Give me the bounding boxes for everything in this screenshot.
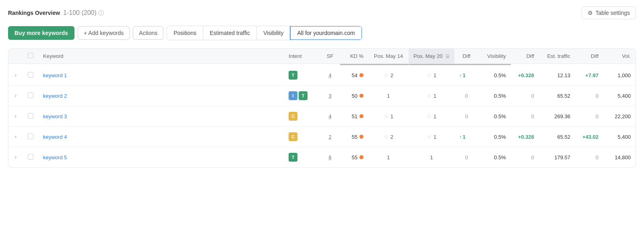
diff3-value: 0	[596, 93, 599, 99]
row-checkbox[interactable]	[28, 72, 33, 78]
visibility-cell: 0.5%	[479, 106, 511, 127]
sf-value: 6	[329, 155, 332, 160]
position-number: 2	[390, 134, 393, 140]
keyword-link[interactable]: keyword 1	[43, 72, 67, 78]
vol-cell: 5,400	[603, 127, 636, 147]
diff2-cell: 0	[511, 86, 539, 106]
star-icon: ☆	[427, 113, 432, 119]
keyword-link[interactable]: keyword 3	[43, 113, 67, 119]
col-expand	[8, 49, 23, 64]
intent-badge-C: C	[289, 132, 297, 141]
sf-value: 2	[329, 134, 332, 140]
diff3-cell: 0	[575, 147, 603, 168]
row-checkbox[interactable]	[28, 92, 33, 98]
kd-value: 51	[352, 113, 357, 119]
keyword-link[interactable]: keyword 4	[43, 134, 67, 140]
est-traffic-cell: 65.52	[539, 127, 575, 147]
table-row: ›keyword 2IT3501☆100.5%065.5205,400	[8, 86, 636, 106]
pos-may14-cell: ☆2	[368, 65, 409, 86]
col-diff3: Diff	[575, 49, 603, 64]
col-check	[23, 49, 38, 64]
gear-icon: ⚙	[588, 10, 593, 16]
diff2-cell: +0.328	[511, 65, 539, 86]
diff3-cell: +7.97	[575, 65, 603, 86]
diff1-cell: 0	[454, 106, 479, 127]
position-number: 1	[433, 93, 436, 99]
col-sf: SF	[320, 49, 340, 64]
tab-all-for-domain[interactable]: All for yourdomain.com	[290, 26, 362, 40]
col-keyword: Keyword	[38, 49, 284, 64]
kd-dot	[359, 155, 363, 159]
table-row: ›keyword 1T454☆2☆110.5%+0.32812.13+7.971…	[8, 65, 636, 86]
position-number: 1	[387, 154, 390, 160]
table-settings-button[interactable]: ⚙ Table settings	[582, 6, 636, 19]
tab-estimated-traffic[interactable]: Estimated traffic	[203, 26, 257, 40]
star-icon: ☆	[427, 72, 432, 78]
diff3-cell: 0	[575, 86, 603, 106]
diff1-cell: 0	[454, 147, 479, 168]
est-traffic-cell: 12.13	[539, 65, 575, 86]
row-checkbox[interactable]	[28, 154, 33, 160]
tab-visibility[interactable]: Visibility	[257, 26, 290, 40]
diff-zero: 0	[465, 113, 468, 119]
diff-zero: 0	[465, 93, 468, 99]
diff3-value: +7.97	[585, 72, 599, 78]
sf-value: 3	[329, 93, 332, 99]
position-number: 1	[390, 113, 393, 119]
row-expand-button[interactable]: ›	[13, 133, 18, 140]
col-pos-may20[interactable]: Pos. May 20 ☰	[409, 49, 454, 64]
diff2-cell: +0.328	[511, 127, 539, 147]
intent-badge-I: I	[289, 91, 297, 100]
page-title: Rankings Overview 1-100 (200) ⓘ	[8, 9, 104, 17]
col-pos-may14: Pos. May 14	[368, 49, 409, 64]
row-expand-button[interactable]: ›	[13, 92, 18, 99]
diff3-value: +43.02	[582, 134, 599, 140]
info-icon[interactable]: ⓘ	[98, 10, 104, 16]
pos-may14-cell: ☆1	[368, 106, 409, 127]
star-icon: ☆	[427, 134, 432, 140]
visibility-cell: 0.5%	[479, 86, 511, 106]
col-vol: Vol.	[603, 49, 636, 64]
col-kd: KD %	[340, 49, 368, 64]
table-row: ›keyword 5T6551100.5%0179.57014,800	[8, 147, 636, 168]
actions-button[interactable]: Actions	[133, 26, 163, 40]
intent-badge-T: T	[289, 71, 297, 80]
pos-may20-cell: ☆1	[409, 106, 454, 127]
star-icon: ☆	[384, 113, 389, 119]
col-intent: Intent	[284, 49, 320, 64]
add-keywords-button[interactable]: + Add keywords	[78, 26, 130, 40]
diff-up-icon: 1	[459, 72, 474, 78]
kd-value: 55	[352, 154, 357, 160]
pos-may14-cell: ☆2	[368, 127, 409, 147]
col-est-traffic: Est. traffic	[539, 49, 575, 64]
row-expand-button[interactable]: ›	[13, 72, 18, 79]
position-number: 1	[433, 134, 436, 140]
keyword-link[interactable]: keyword 2	[43, 93, 67, 99]
intent-badge-T: T	[289, 153, 297, 162]
kd-value: 55	[352, 134, 357, 140]
diff1-cell: 1	[454, 127, 479, 147]
rankings-table: Keyword Intent SF KD % Pos. May 14 Pos. …	[8, 48, 636, 168]
tab-positions[interactable]: Positions	[167, 26, 203, 40]
diff2-value: 0	[531, 113, 534, 119]
kd-value: 54	[352, 72, 357, 78]
table-row: ›keyword 3C451☆1☆100.5%0269.36022,200	[8, 106, 636, 127]
sort-icon: ☰	[446, 54, 450, 59]
row-expand-button[interactable]: ›	[13, 113, 18, 120]
buy-keywords-button[interactable]: Buy more keywords	[8, 26, 74, 40]
table-row: ›keyword 4C255☆2☆110.5%+0.32865.52+43.02…	[8, 127, 636, 147]
vol-cell: 14,800	[603, 147, 636, 168]
diff3-value: 0	[596, 154, 599, 160]
row-checkbox[interactable]	[28, 113, 33, 119]
position-number: 2	[390, 72, 393, 78]
diff2-cell: 0	[511, 106, 539, 127]
toolbar: Buy more keywords + Add keywords Actions…	[8, 26, 636, 40]
diff3-value: 0	[596, 113, 599, 119]
col-diff2: Diff	[511, 49, 539, 64]
row-expand-button[interactable]: ›	[13, 154, 18, 161]
keyword-link[interactable]: keyword 5	[43, 154, 67, 160]
diff2-value: +0.328	[518, 72, 534, 78]
select-all-checkbox[interactable]	[28, 53, 33, 58]
row-checkbox[interactable]	[28, 134, 33, 139]
kd-dot	[359, 135, 363, 139]
